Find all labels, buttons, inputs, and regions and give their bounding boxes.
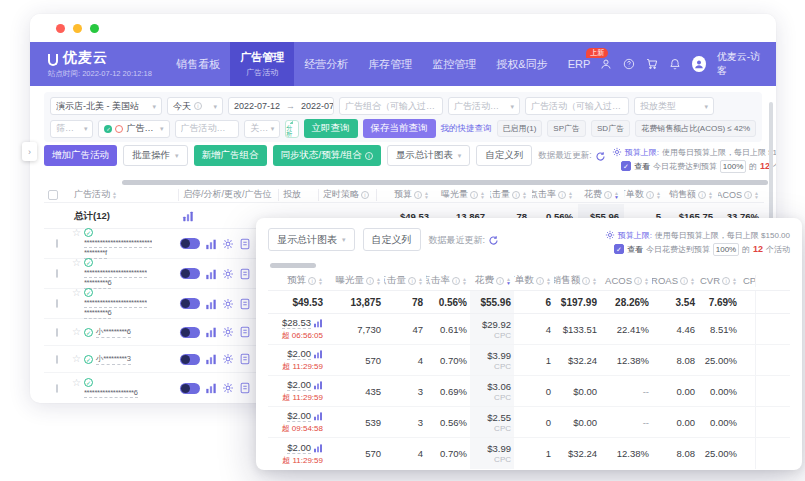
document-icon[interactable]: [239, 238, 251, 250]
column-budget[interactable]: 预算i▲▼: [376, 189, 434, 201]
column-campaign[interactable]: 广告活动▲▼: [70, 189, 178, 201]
campaign-name[interactable]: ************************: [84, 268, 147, 278]
enable-toggle[interactable]: [180, 268, 200, 279]
store-select[interactable]: 演示店-北美 - 美国站▾: [50, 97, 162, 115]
support-icon[interactable]: [600, 57, 612, 71]
chart-icon[interactable]: [205, 268, 217, 280]
column-roas[interactable]: ROASi▲▼: [652, 275, 698, 287]
budget-value[interactable]: $2.00: [287, 348, 311, 360]
row-checkbox[interactable]: [56, 355, 58, 364]
chart-icon[interactable]: [205, 326, 217, 338]
bell-icon[interactable]: [669, 57, 681, 71]
overlay-show-charts-button[interactable]: 显示总计图表▾: [268, 228, 355, 251]
document-icon[interactable]: [239, 298, 251, 310]
star-icon[interactable]: ☆: [72, 258, 81, 288]
nav-item-ad-management[interactable]: 广告管理 广告活动: [230, 42, 294, 86]
date-preset-select[interactable]: 今天i▾: [167, 97, 223, 115]
campaign-name[interactable]: ************************: [84, 298, 147, 308]
percent-input[interactable]: 100%: [720, 160, 746, 173]
enable-toggle[interactable]: [180, 238, 200, 249]
column-acos[interactable]: ACOSi▲▼: [600, 275, 652, 287]
nav-item-business-analysis[interactable]: 经营分析: [294, 42, 358, 86]
chart-icon[interactable]: [313, 349, 323, 359]
filter-tag-enabled[interactable]: 已启用(1): [497, 120, 543, 137]
star-icon[interactable]: ☆: [72, 378, 81, 398]
show-charts-button[interactable]: 显示总计图表▾: [387, 145, 471, 166]
batch-operations-button[interactable]: 批量操作▾: [123, 145, 188, 166]
avatar[interactable]: [692, 56, 706, 72]
row-checkbox[interactable]: [56, 299, 58, 308]
gear-icon[interactable]: [222, 382, 234, 394]
query-button[interactable]: 立即查询: [304, 119, 358, 138]
gear-icon[interactable]: [222, 298, 234, 310]
budget-value[interactable]: $2.00: [287, 410, 311, 422]
chart-icon[interactable]: [313, 443, 323, 453]
row-checkbox[interactable]: [56, 269, 58, 278]
chart-icon[interactable]: [205, 298, 217, 310]
gear-icon[interactable]: [222, 353, 234, 365]
chart-icon[interactable]: [313, 380, 323, 390]
add-campaign-button[interactable]: 增加广告活动: [44, 145, 117, 166]
campaign-type-select[interactable]: 广告活动类型▾: [448, 97, 520, 115]
horizontal-scrollbar[interactable]: [122, 180, 768, 185]
overlay-horizontal-scrollbar[interactable]: [270, 263, 316, 268]
chart-icon[interactable]: [313, 318, 323, 328]
column-impressions[interactable]: 曝光量i▲▼: [326, 275, 384, 287]
gear-icon[interactable]: [222, 238, 234, 250]
new-portfolio-button[interactable]: 新增广告组合: [194, 145, 267, 166]
column-sales[interactable]: 销售额i▲▼: [554, 275, 600, 287]
star-icon[interactable]: ☆: [72, 288, 81, 318]
chart-icon[interactable]: [313, 411, 323, 421]
follow-select[interactable]: 关注▾: [244, 120, 280, 138]
enable-toggle[interactable]: [180, 383, 200, 394]
nav-item-erp[interactable]: ERP 上新: [558, 42, 601, 86]
campaign-select[interactable]: 广告活动（可输入过滤选择）: [525, 97, 629, 115]
help-icon[interactable]: [623, 57, 635, 71]
budget-value[interactable]: $2.00: [287, 442, 311, 454]
save-query-button[interactable]: 保存当前查询: [363, 119, 436, 138]
percent-input[interactable]: 100%: [713, 243, 739, 256]
enable-toggle[interactable]: [180, 354, 200, 365]
column-budget[interactable]: 预算i▲▼: [268, 275, 326, 287]
row-checkbox[interactable]: [56, 384, 58, 393]
gear-icon[interactable]: [222, 268, 234, 280]
column-orders[interactable]: 订单数i▲▼: [624, 189, 666, 201]
portfolio-select[interactable]: 广告组合（可输入过滤选择）: [339, 97, 443, 115]
nav-item-sales-board[interactable]: 销售看板: [166, 42, 230, 86]
campaign-status-select[interactable]: ✓广告活动-未归档▾: [98, 120, 169, 138]
cart-icon[interactable]: [646, 57, 658, 71]
targeting-type-select[interactable]: 投放类型▾: [634, 97, 714, 115]
enable-toggle[interactable]: [180, 327, 200, 338]
column-spend[interactable]: 花费i▲▼: [470, 275, 514, 287]
close-button[interactable]: [56, 24, 65, 33]
column-sales[interactable]: 销售额i▲▼: [666, 189, 718, 201]
column-ctr[interactable]: 点击率i▲▼: [532, 189, 578, 201]
star-icon[interactable]: ☆: [72, 354, 81, 364]
column-cpc-clipped[interactable]: CPC: [740, 275, 756, 287]
campaign-name-input[interactable]: 广告活动名称: [175, 120, 240, 138]
filter-tag-acos[interactable]: 花费销售额占比(ACOS) ≤ 42%: [635, 120, 756, 137]
refresh-icon[interactable]: [488, 235, 499, 246]
column-ctr[interactable]: 点击率i▲▼: [426, 275, 470, 287]
filter-tag-sp[interactable]: SP广告: [547, 120, 586, 137]
budget-value[interactable]: $2.00: [287, 379, 311, 391]
campaign-name[interactable]: 小*********3: [96, 354, 131, 365]
column-acos[interactable]: ACOSi▲▼: [718, 189, 764, 201]
row-checkbox[interactable]: [56, 239, 58, 248]
chart-icon[interactable]: [205, 238, 217, 250]
column-impressions[interactable]: 曝光量i▲▼: [434, 189, 490, 201]
star-icon[interactable]: ☆: [72, 327, 81, 337]
minimize-button[interactable]: [73, 24, 82, 33]
campaign-name[interactable]: 小*********6: [96, 327, 131, 338]
chart-icon[interactable]: [182, 210, 194, 222]
chart-icon[interactable]: [205, 353, 217, 365]
view-reached-checkbox[interactable]: ✓: [614, 244, 624, 254]
column-clicks[interactable]: 点击量i▲▼: [384, 275, 426, 287]
nav-item-inventory[interactable]: 库存管理: [358, 42, 422, 86]
custom-columns-button[interactable]: 自定义列: [476, 145, 532, 166]
document-icon[interactable]: [239, 353, 251, 365]
maximize-button[interactable]: [90, 24, 99, 33]
column-clicks[interactable]: 点击量i▲▼: [490, 189, 532, 201]
column-orders[interactable]: 订单数i▲▼: [514, 275, 554, 287]
star-icon[interactable]: ☆: [72, 228, 81, 258]
